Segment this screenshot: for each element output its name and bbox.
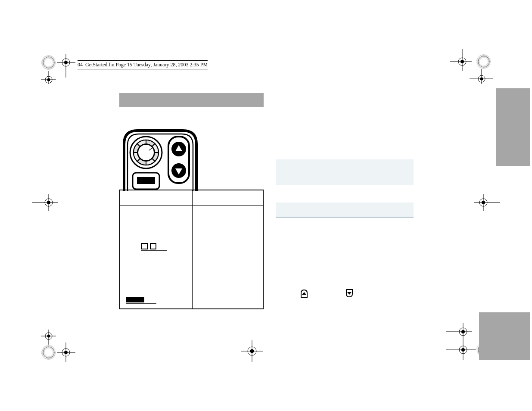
svg-point-5	[64, 61, 68, 64]
cropmark-bottom-center	[241, 340, 263, 362]
inline-up-icon	[299, 289, 309, 300]
svg-point-31	[47, 335, 50, 338]
title-bar	[119, 93, 264, 107]
svg-point-23	[47, 201, 50, 204]
cropmark-mid-right	[474, 194, 500, 211]
svg-point-45	[461, 330, 465, 333]
cropmark-top-right	[450, 45, 493, 84]
cropmark-bottom-right-reg	[446, 323, 472, 340]
svg-rect-66	[126, 297, 144, 302]
svg-point-27	[482, 201, 485, 204]
cropmark-top-left	[41, 54, 75, 84]
svg-rect-57	[137, 177, 155, 184]
svg-point-41	[250, 349, 254, 353]
svg-point-49	[461, 348, 465, 352]
cropmark-bottom-left	[41, 327, 75, 362]
right-box-2	[276, 202, 414, 218]
black-bar-icon	[126, 296, 156, 305]
svg-point-54	[138, 144, 154, 161]
svg-point-37	[64, 351, 68, 354]
svg-rect-64	[150, 243, 156, 249]
svg-point-19	[480, 78, 483, 81]
svg-rect-63	[142, 243, 147, 249]
svg-point-13	[460, 60, 464, 63]
small-squares-icon	[141, 242, 167, 251]
cropmark-mid-left	[32, 194, 58, 211]
svg-point-9	[47, 78, 50, 81]
tab-lower	[479, 312, 530, 360]
tab-upper	[496, 88, 530, 166]
inline-down-icon	[345, 289, 354, 300]
instruction-table	[119, 190, 264, 309]
device-illustration	[122, 129, 198, 193]
page-header-filename: 04_GetStarted.fm Page 15 Tuesday, Januar…	[78, 60, 208, 69]
right-box-1	[276, 159, 414, 185]
